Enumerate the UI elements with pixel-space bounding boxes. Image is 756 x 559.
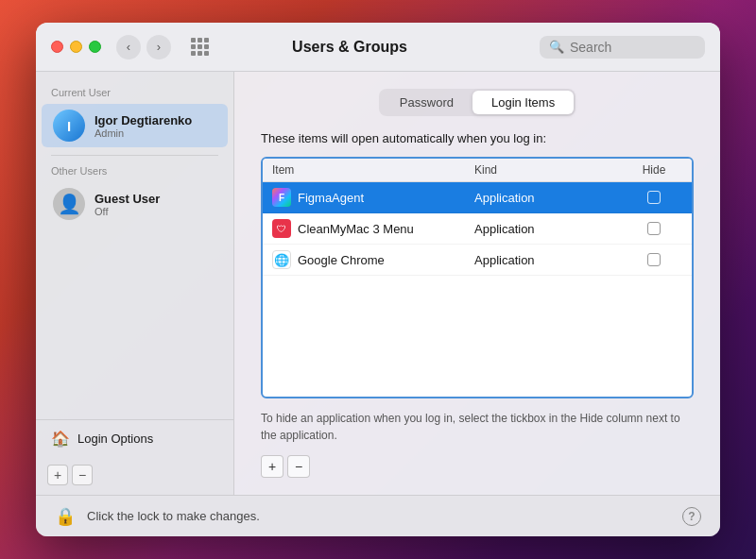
cleanmymac-icon: 🛡 bbox=[272, 219, 291, 238]
user-name: Igor Degtiarenko bbox=[94, 113, 192, 127]
guest-avatar: 👤 bbox=[53, 188, 85, 220]
chrome-icon: 🌐 bbox=[272, 250, 291, 269]
titlebar: ‹ › Users & Groups 🔍 bbox=[36, 23, 720, 72]
figma-icon: F bbox=[272, 188, 291, 207]
table-row[interactable]: F FigmaAgent Application bbox=[263, 182, 692, 213]
guest-user-status: Off bbox=[94, 206, 160, 217]
nav-buttons: ‹ › bbox=[116, 35, 171, 59]
sidebar-spacer bbox=[36, 228, 233, 419]
hide-checkbox[interactable] bbox=[647, 222, 661, 235]
row-hide[interactable] bbox=[626, 191, 682, 204]
remove-item-button[interactable]: − bbox=[287, 455, 310, 478]
row-item-cell: 🛡 CleanMyMac 3 Menu bbox=[272, 219, 474, 238]
tab-password[interactable]: Password bbox=[381, 91, 472, 114]
sidebar-divider bbox=[51, 155, 218, 156]
row-name: Google Chrome bbox=[298, 253, 385, 267]
row-hide[interactable] bbox=[626, 253, 682, 266]
row-name: CleanMyMac 3 Menu bbox=[298, 222, 414, 236]
row-name: FigmaAgent bbox=[298, 191, 364, 205]
row-kind: Application bbox=[474, 191, 626, 205]
col-kind-header: Kind bbox=[474, 163, 626, 177]
tab-login-items[interactable]: Login Items bbox=[472, 91, 574, 114]
user-info: Igor Degtiarenko Admin bbox=[94, 113, 192, 139]
current-user-label: Current User bbox=[36, 83, 233, 102]
search-icon: 🔍 bbox=[549, 40, 564, 54]
table-row[interactable]: 🛡 CleanMyMac 3 Menu Application bbox=[263, 213, 692, 245]
avatar: I bbox=[53, 110, 85, 142]
col-item-header: Item bbox=[272, 163, 474, 177]
lock-text: Click the lock to make changes. bbox=[87, 509, 260, 523]
back-button[interactable]: ‹ bbox=[116, 35, 141, 59]
row-kind: Application bbox=[474, 222, 626, 236]
sidebar-current-user[interactable]: I Igor Degtiarenko Admin bbox=[42, 104, 228, 147]
login-options-label: Login Options bbox=[77, 432, 153, 446]
login-options-item[interactable]: 🏠 Login Options bbox=[36, 419, 233, 457]
guest-user-name: Guest User bbox=[94, 192, 160, 206]
row-item-cell: 🌐 Google Chrome bbox=[272, 250, 474, 269]
minimize-button[interactable] bbox=[70, 41, 82, 53]
hint-text: To hide an application when you log in, … bbox=[261, 410, 694, 444]
sidebar-controls: + − bbox=[36, 457, 233, 495]
lock-icon[interactable]: 🔒 bbox=[55, 506, 76, 527]
instructions-text: These items will open automatically when… bbox=[261, 131, 694, 145]
sidebar-guest-user[interactable]: 👤 Guest User Off bbox=[42, 182, 228, 226]
maximize-button[interactable] bbox=[89, 41, 101, 53]
table-row[interactable]: 🌐 Google Chrome Application bbox=[263, 245, 692, 276]
window: ‹ › Users & Groups 🔍 Current User I Igor… bbox=[36, 23, 720, 536]
search-input[interactable] bbox=[570, 40, 693, 55]
window-title: Users & Groups bbox=[171, 39, 528, 56]
hide-checkbox[interactable] bbox=[647, 191, 661, 204]
row-item-cell: F FigmaAgent bbox=[272, 188, 474, 207]
row-hide[interactable] bbox=[626, 222, 682, 235]
sidebar: Current User I Igor Degtiarenko Admin Ot… bbox=[36, 72, 234, 495]
add-item-button[interactable]: + bbox=[261, 455, 284, 478]
remove-user-button[interactable]: − bbox=[72, 465, 93, 485]
help-button[interactable]: ? bbox=[682, 507, 701, 526]
col-hide-header: Hide bbox=[626, 163, 682, 177]
table-header: Item Kind Hide bbox=[263, 159, 692, 182]
hide-checkbox[interactable] bbox=[647, 253, 661, 266]
row-kind: Application bbox=[474, 253, 626, 267]
main-panel: Password Login Items These items will op… bbox=[234, 72, 720, 495]
search-bar[interactable]: 🔍 bbox=[540, 36, 705, 59]
house-icon: 🏠 bbox=[51, 430, 70, 448]
bottom-bar: 🔒 Click the lock to make changes. ? bbox=[36, 495, 720, 536]
close-button[interactable] bbox=[51, 41, 63, 53]
content-area: Current User I Igor Degtiarenko Admin Ot… bbox=[36, 72, 720, 495]
other-users-label: Other Users bbox=[36, 161, 233, 180]
add-user-button[interactable]: + bbox=[47, 465, 68, 485]
table-body: F FigmaAgent Application 🛡 CleanMyMac 3 … bbox=[263, 182, 692, 397]
tab-bar: Password Login Items bbox=[379, 89, 576, 116]
user-role: Admin bbox=[94, 127, 192, 139]
table-controls: + − bbox=[261, 455, 694, 478]
guest-user-info: Guest User Off bbox=[94, 192, 160, 217]
traffic-lights bbox=[51, 41, 101, 53]
login-items-table: Item Kind Hide F FigmaAgent Application bbox=[261, 157, 694, 398]
forward-button[interactable]: › bbox=[146, 35, 171, 59]
